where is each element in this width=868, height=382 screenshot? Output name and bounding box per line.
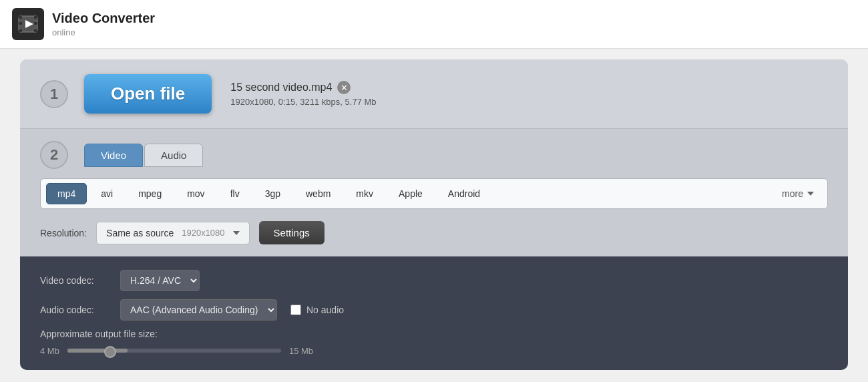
format-mpeg[interactable]: mpeg [127,183,173,204]
filesize-row: Approximate output file size: 4 Mb 15 Mb [40,329,828,357]
no-audio-label: No audio [306,305,344,315]
resolution-label: Resolution: [40,228,87,238]
app-header: Video Converter online [0,0,868,49]
tab-video[interactable]: Video [84,144,143,167]
app-subtitle: online [52,27,75,37]
tab-audio[interactable]: Audio [144,144,203,167]
settings-button[interactable]: Settings [259,221,324,244]
filesize-label: Approximate output file size: [40,329,828,339]
resolution-detail: 1920x1080 [182,228,224,238]
app-title: Video Converter [52,11,155,26]
format-3gp[interactable]: 3gp [254,183,292,204]
video-codec-select[interactable]: H.264 / AVC [120,270,200,291]
format-flv[interactable]: flv [219,183,251,204]
svg-rect-2 [34,16,37,19]
format-selector-row: mp4 avi mpeg mov flv 3gp webm mkv Apple … [40,178,828,209]
format-mp4[interactable]: mp4 [46,183,87,204]
chevron-down-icon [233,231,240,235]
audio-codec-label: Audio codec: [40,305,114,315]
video-codec-row: Video codec: H.264 / AVC [40,270,828,291]
video-codec-label: Video codec: [40,275,114,286]
open-file-button[interactable]: Open file [84,74,212,114]
no-audio-checkbox[interactable] [290,305,301,315]
format-android[interactable]: Android [437,183,491,204]
slider-max-label: 15 Mb [289,346,313,356]
audio-codec-select[interactable]: AAC (Advanced Audio Coding) [120,299,277,321]
format-mkv[interactable]: mkv [345,183,385,204]
no-audio-row: No audio [290,305,344,315]
main-panel: 1 Open file 15 second video.mp4 ✕ 1920x1… [20,59,848,370]
step3-section: Video codec: H.264 / AVC Audio codec: AA… [20,256,848,370]
resolution-dropdown[interactable]: Same as source 1920x1080 [96,222,250,244]
file-meta: 1920x1080, 0:15, 3211 kbps, 5.77 Mb [230,97,376,107]
file-name-row: 15 second video.mp4 ✕ [230,81,376,94]
slider-row: 4 Mb 15 Mb [40,345,828,357]
slider-min-label: 4 Mb [40,346,59,356]
file-info: 15 second video.mp4 ✕ 1920x1080, 0:15, 3… [230,81,376,107]
svg-rect-3 [19,29,22,32]
format-more-button[interactable]: more [774,184,822,203]
format-avi[interactable]: avi [89,183,124,204]
resolution-row: Resolution: Same as source 1920x1080 Set… [40,221,828,256]
format-type-tabs: Video Audio [84,144,204,167]
filesize-slider-container [67,345,281,357]
chevron-down-icon [807,192,814,196]
step2-header: 2 Video Audio [40,141,828,169]
format-webm[interactable]: webm [294,183,342,204]
step2-number: 2 [40,141,68,169]
audio-codec-row: Audio codec: AAC (Advanced Audio Coding)… [40,299,828,321]
step1-section: 1 Open file 15 second video.mp4 ✕ 1920x1… [20,59,848,129]
svg-rect-6 [34,22,37,25]
format-apple[interactable]: Apple [387,183,434,204]
step2-section: 2 Video Audio mp4 avi mpeg mov flv 3gp w… [20,129,848,256]
app-title-block: Video Converter online [52,11,155,38]
file-name: 15 second video.mp4 [230,81,332,93]
remove-file-button[interactable]: ✕ [337,81,351,94]
filesize-slider[interactable] [67,350,281,354]
step1-number: 1 [40,80,68,108]
app-logo [12,8,44,40]
svg-rect-1 [19,16,22,19]
svg-rect-4 [34,29,37,32]
svg-rect-5 [19,22,22,25]
format-mov[interactable]: mov [176,183,216,204]
